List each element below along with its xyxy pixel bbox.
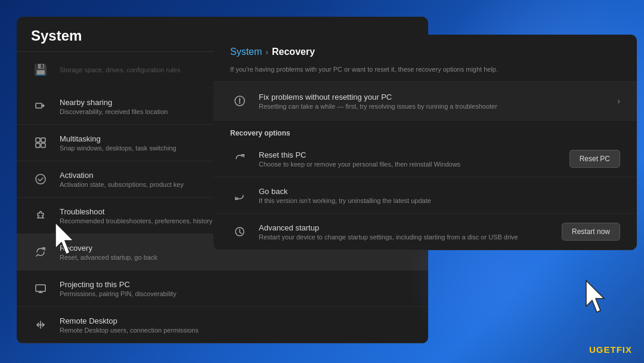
breadcrumb-separator: ›	[265, 47, 268, 57]
advanced-startup-subtitle: Restart your device to change startup se…	[259, 233, 562, 241]
watermark-suffix: FIX	[617, 344, 632, 355]
go-back-title: Go back	[259, 187, 620, 196]
remote-desktop-title: Remote Desktop	[60, 316, 414, 325]
projecting-title: Projecting to this PC	[60, 280, 414, 289]
recovery-panel-header: System › Recovery	[213, 35, 637, 66]
storage-icon: 💾	[31, 60, 50, 79]
advanced-startup-row: Advanced startup Restart your device to …	[213, 214, 637, 250]
go-back-row: Go back If this version isn't working, t…	[213, 177, 637, 214]
advanced-startup-text: Advanced startup Restart your device to …	[259, 223, 562, 241]
svg-rect-2	[41, 138, 45, 142]
go-back-subtitle: If this version isn't working, try unins…	[259, 197, 620, 204]
fix-problems-subtitle: Resetting can take a while — first, try …	[259, 103, 617, 110]
remote-desktop-text: Remote Desktop Remote Desktop users, con…	[60, 316, 414, 334]
svg-rect-1	[36, 138, 40, 142]
troubleshoot-icon	[31, 206, 50, 225]
svg-rect-3	[36, 143, 40, 147]
fix-problems-icon	[230, 91, 249, 110]
svg-rect-0	[36, 103, 42, 108]
reset-pc-subtitle: Choose to keep or remove your personal f…	[259, 161, 569, 168]
watermark-prefix: UGET	[589, 344, 617, 355]
svg-point-5	[36, 174, 45, 184]
recovery-subtitle: Reset, advanced startup, go back	[60, 254, 414, 261]
projecting-icon	[31, 279, 50, 298]
svg-rect-6	[36, 285, 45, 291]
go-back-text: Go back If this version isn't working, t…	[259, 187, 620, 204]
reset-pc-row: Reset this PC Choose to keep or remove y…	[213, 141, 637, 177]
right-recovery-panel: System › Recovery If you're having probl…	[213, 35, 637, 250]
advanced-startup-title: Advanced startup	[259, 223, 562, 232]
fix-problems-text: Fix problems without resetting your PC R…	[259, 93, 617, 110]
reset-pc-title: Reset this PC	[259, 150, 569, 159]
projecting-item[interactable]: Projecting to this PC Permissions, pairi…	[17, 270, 428, 307]
remote-desktop-subtitle: Remote Desktop users, connection permiss…	[60, 327, 414, 334]
remote-desktop-item[interactable]: Remote Desktop Remote Desktop users, con…	[17, 307, 428, 343]
reset-pc-button[interactable]: Reset PC	[569, 150, 620, 168]
projecting-subtitle: Permissions, pairing PIN, discoverabilit…	[60, 290, 414, 297]
watermark: UGETFIX	[589, 344, 632, 355]
fix-problems-chevron: ›	[617, 96, 620, 106]
activation-icon	[31, 170, 50, 189]
breadcrumb-system[interactable]: System	[230, 47, 262, 57]
reset-pc-icon	[230, 149, 249, 168]
recovery-description: If you're having problems with your PC o…	[213, 66, 637, 82]
projecting-text: Projecting to this PC Permissions, pairi…	[60, 280, 414, 297]
go-back-icon	[230, 186, 249, 205]
fix-problems-title: Fix problems without resetting your PC	[259, 93, 617, 101]
svg-rect-4	[41, 143, 45, 147]
breadcrumb-current: Recovery	[272, 47, 315, 57]
advanced-startup-icon	[230, 222, 249, 241]
reset-pc-text: Reset this PC Choose to keep or remove y…	[259, 150, 569, 168]
restart-now-button[interactable]: Restart now	[562, 223, 620, 241]
breadcrumb: System › Recovery	[230, 47, 620, 57]
remote-desktop-icon	[31, 315, 50, 334]
fix-problems-row[interactable]: Fix problems without resetting your PC R…	[213, 82, 637, 121]
recovery-options-header: Recovery options	[213, 121, 637, 141]
svg-marker-9	[586, 281, 604, 312]
nearby-sharing-icon	[31, 97, 50, 116]
multitasking-icon	[31, 133, 50, 152]
recovery-icon	[31, 242, 50, 262]
cursor-right	[581, 278, 614, 316]
